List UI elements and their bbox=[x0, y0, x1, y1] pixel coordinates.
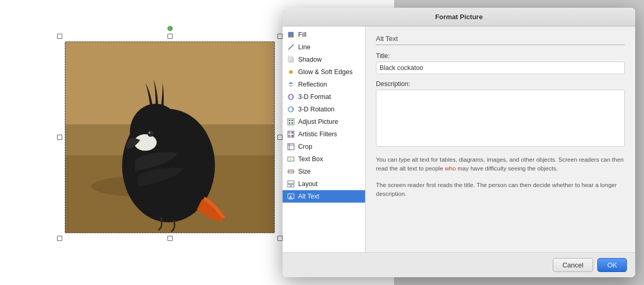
svg-rect-24 bbox=[291, 132, 293, 134]
svg-rect-35 bbox=[288, 184, 290, 187]
sidebar-item-reflection[interactable]: Reflection bbox=[283, 78, 365, 91]
handle-bottom-middle[interactable] bbox=[167, 236, 173, 241]
ok-button[interactable]: OK bbox=[597, 258, 627, 272]
fill-label: Fill bbox=[298, 31, 306, 38]
sidebar-item-artistic[interactable]: Artistic Filters bbox=[283, 128, 365, 140]
sidebar-item-glow[interactable]: Glow & Soft Edges bbox=[283, 66, 365, 78]
alt-text-header-text: Alt Text bbox=[376, 35, 398, 42]
rotation-handle[interactable] bbox=[167, 26, 173, 31]
dialog-title: Format Picture bbox=[283, 8, 635, 26]
svg-rect-36 bbox=[291, 184, 294, 187]
textbox-icon: T bbox=[287, 155, 295, 163]
svg-rect-18 bbox=[289, 120, 290, 121]
handle-middle-left[interactable] bbox=[57, 135, 62, 140]
selected-image[interactable] bbox=[60, 36, 280, 238]
dialog-title-text: Format Picture bbox=[435, 13, 483, 21]
info-text-1: You can type alt text for tables, diagra… bbox=[376, 155, 625, 174]
crop-icon bbox=[287, 142, 295, 151]
size-icon bbox=[287, 167, 295, 176]
3dformat-icon bbox=[287, 93, 295, 101]
sidebar-item-size[interactable]: Size bbox=[283, 165, 365, 178]
svg-rect-23 bbox=[288, 132, 290, 134]
title-label: Title: bbox=[376, 52, 625, 60]
sidebar-item-alttext[interactable]: A Alt Text bbox=[283, 190, 365, 203]
size-label: Size bbox=[298, 168, 311, 175]
crop-label: Crop bbox=[298, 143, 312, 150]
3drotation-icon bbox=[287, 105, 295, 113]
format-picture-dialog: Format Picture Fill Line bbox=[283, 8, 635, 277]
svg-rect-26 bbox=[291, 135, 293, 137]
svg-rect-27 bbox=[288, 144, 294, 150]
layout-label: Layout bbox=[298, 180, 318, 188]
svg-rect-34 bbox=[288, 181, 294, 183]
description-textarea[interactable] bbox=[376, 90, 625, 147]
artistic-icon bbox=[287, 130, 295, 138]
adjust-icon bbox=[287, 118, 295, 126]
highlight-who: who bbox=[445, 165, 456, 172]
line-icon bbox=[287, 43, 295, 51]
glow-label: Glow & Soft Edges bbox=[298, 68, 353, 76]
sidebar-item-line[interactable]: Line bbox=[283, 41, 365, 53]
sidebar-item-textbox[interactable]: T Text Box bbox=[283, 153, 365, 165]
dialog-footer: Cancel OK bbox=[283, 252, 635, 277]
reflection-icon bbox=[287, 80, 295, 89]
sidebar-item-adjust[interactable]: Adjust Picture bbox=[283, 116, 365, 128]
title-input[interactable] bbox=[376, 62, 625, 74]
fill-icon bbox=[287, 31, 295, 39]
layout-icon bbox=[287, 180, 295, 188]
3dformat-label: 3-D Format bbox=[298, 93, 331, 101]
picture-frame bbox=[65, 41, 275, 233]
content-area: Alt Text Title: Description: You can typ… bbox=[366, 26, 635, 252]
sidebar-item-3dformat[interactable]: 3-D Format bbox=[283, 91, 365, 103]
svg-line-9 bbox=[288, 45, 293, 50]
svg-point-15 bbox=[289, 94, 292, 99]
svg-rect-20 bbox=[289, 122, 290, 124]
handle-top-left[interactable] bbox=[57, 34, 62, 39]
sidebar-item-3drotation[interactable]: 3-D Rotation bbox=[283, 103, 365, 116]
alt-text-section-header: Alt Text bbox=[376, 35, 625, 45]
sidebar-item-fill[interactable]: Fill bbox=[283, 28, 365, 41]
svg-rect-19 bbox=[291, 120, 293, 121]
cancel-button[interactable]: Cancel bbox=[553, 258, 593, 272]
3drotation-label: 3-D Rotation bbox=[298, 106, 334, 113]
handle-bottom-left[interactable] bbox=[57, 236, 62, 241]
info-text-2: The screen reader first reads the title.… bbox=[376, 181, 625, 199]
glow-icon bbox=[287, 68, 295, 76]
svg-rect-17 bbox=[288, 119, 294, 125]
svg-rect-21 bbox=[291, 122, 293, 124]
svg-point-8 bbox=[148, 132, 150, 134]
svg-point-5 bbox=[130, 104, 181, 160]
svg-point-7 bbox=[147, 131, 153, 137]
sidebar-item-layout[interactable]: Layout bbox=[283, 178, 365, 190]
shadow-label: Shadow bbox=[298, 56, 321, 63]
sidebar-item-shadow[interactable]: Shadow bbox=[283, 53, 365, 66]
shadow-icon bbox=[287, 55, 295, 64]
svg-text:A: A bbox=[289, 195, 292, 198]
artistic-label: Artistic Filters bbox=[298, 131, 337, 138]
alttext-icon: A bbox=[287, 192, 295, 201]
adjust-label: Adjust Picture bbox=[298, 118, 338, 125]
sidebar-list: Fill Line Shadow Glow & So bbox=[283, 26, 366, 252]
svg-text:T: T bbox=[289, 158, 292, 162]
svg-rect-25 bbox=[288, 135, 290, 137]
reflection-label: Reflection bbox=[298, 81, 327, 88]
handle-top-right[interactable] bbox=[277, 34, 283, 39]
handle-top-middle[interactable] bbox=[167, 34, 173, 39]
handle-middle-right[interactable] bbox=[277, 135, 283, 140]
alttext-label: Alt Text bbox=[298, 193, 319, 200]
handle-bottom-right[interactable] bbox=[277, 236, 283, 241]
svg-point-13 bbox=[290, 71, 292, 74]
dialog-body: Fill Line Shadow Glow & So bbox=[283, 26, 635, 252]
sidebar-item-crop[interactable]: Crop bbox=[283, 140, 365, 153]
description-label: Description: bbox=[376, 80, 625, 88]
line-label: Line bbox=[298, 44, 311, 51]
svg-rect-11 bbox=[289, 58, 294, 63]
textbox-label: Text Box bbox=[298, 155, 323, 163]
